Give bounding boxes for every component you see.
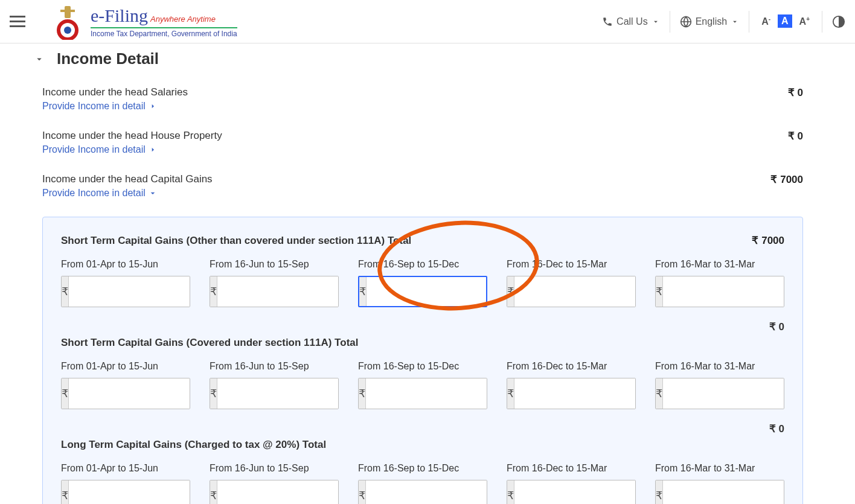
rupee-icon: ₹	[210, 276, 217, 307]
cg-period-label: From 16-Jun to 15-Sep	[210, 463, 339, 474]
cg-period-group: From 16-Dec to 15-Mar ₹	[507, 361, 636, 409]
cg-period-group: From 16-Mar to 31-Mar ₹	[655, 259, 784, 307]
cg-period-label: From 16-Sep to 15-Dec	[358, 259, 487, 270]
cg-amount-field[interactable]: ₹	[507, 276, 636, 307]
text-size-increase[interactable]: A+	[797, 14, 812, 28]
cg-period-label: From 16-Sep to 15-Dec	[358, 361, 487, 372]
chevron-right-icon	[148, 101, 158, 111]
cg-period-group: From 16-Jun to 15-Sep ₹	[210, 463, 339, 504]
cg-amount-field[interactable]: ₹	[210, 480, 339, 504]
cg-amount-input[interactable]	[514, 480, 636, 504]
divider	[822, 11, 822, 33]
cg-amount-field[interactable]: ₹	[61, 378, 190, 409]
chevron-down-icon	[731, 18, 739, 26]
income-detail-link[interactable]: Provide Income in detail	[42, 101, 158, 112]
cg-amount-field[interactable]: ₹	[61, 276, 190, 307]
text-size-normal[interactable]: A	[778, 14, 792, 28]
section-title: Income Detail	[57, 49, 159, 68]
cg-amount-field[interactable]: ₹	[507, 480, 636, 504]
collapse-toggle[interactable]	[34, 54, 45, 65]
chevron-right-icon	[148, 145, 158, 155]
menu-icon[interactable]	[10, 16, 25, 28]
cg-period-group: From 16-Mar to 31-Mar ₹	[655, 361, 784, 409]
cg-period-label: From 16-Mar to 31-Mar	[655, 361, 784, 372]
cg-block-total: ₹ 0	[61, 423, 784, 435]
brand-tagline: Anywhere Anytime	[150, 14, 216, 24]
cg-amount-input[interactable]	[69, 480, 190, 504]
cg-amount-field[interactable]: ₹	[655, 480, 784, 504]
brand-logo[interactable]: e-Filing Anywhere Anytime Income Tax Dep…	[50, 4, 237, 40]
contrast-toggle[interactable]	[832, 15, 845, 28]
call-us-dropdown[interactable]: Call Us	[602, 16, 660, 27]
svg-rect-1	[10, 21, 25, 22]
cg-period-label: From 16-Jun to 15-Sep	[210, 361, 339, 372]
cg-block-total: ₹ 7000	[752, 234, 784, 247]
cg-amount-field[interactable]: ₹	[358, 480, 487, 504]
cg-period-label: From 16-Dec to 15-Mar	[507, 259, 636, 270]
svg-point-6	[64, 27, 71, 34]
cg-amount-field[interactable]: ₹	[507, 378, 636, 409]
cg-period-group: From 16-Sep to 15-Dec ₹	[358, 259, 487, 307]
cg-period-group: From 01-Apr to 15-Jun ₹	[61, 463, 190, 504]
income-heading: Income under the head Capital Gains	[42, 173, 213, 185]
cg-amount-input[interactable]	[514, 276, 636, 307]
chevron-down-icon	[148, 188, 158, 198]
cg-amount-input[interactable]	[217, 480, 339, 504]
cg-amount-field[interactable]: ₹	[61, 480, 190, 504]
rupee-icon: ₹	[507, 480, 514, 504]
cg-amount-input[interactable]	[663, 480, 784, 504]
chevron-down-icon	[34, 54, 45, 65]
cg-amount-input[interactable]	[514, 378, 636, 409]
rupee-icon: ₹	[656, 378, 663, 409]
cg-amount-input[interactable]	[366, 480, 487, 504]
cg-period-group: From 16-Dec to 15-Mar ₹	[507, 259, 636, 307]
cg-period-group: From 16-Dec to 15-Mar ₹	[507, 463, 636, 504]
brand-name: e-Filing	[91, 5, 148, 26]
rupee-icon: ₹	[62, 378, 69, 409]
rupee-icon: ₹	[359, 480, 366, 504]
app-header: e-Filing Anywhere Anytime Income Tax Dep…	[0, 0, 855, 43]
phone-icon	[602, 16, 613, 27]
cg-amount-field[interactable]: ₹	[358, 276, 487, 307]
rupee-icon: ₹	[210, 378, 217, 409]
income-detail-link[interactable]: Provide Income in detail	[42, 188, 158, 199]
cg-amount-input[interactable]	[69, 276, 190, 307]
income-amount: ₹ 7000	[770, 173, 803, 186]
rupee-icon: ₹	[656, 480, 663, 504]
cg-amount-input[interactable]	[663, 378, 784, 409]
cg-amount-input[interactable]	[366, 378, 487, 409]
rupee-icon: ₹	[359, 378, 366, 409]
globe-icon	[680, 16, 692, 28]
rupee-icon: ₹	[62, 480, 69, 504]
cg-amount-field[interactable]: ₹	[358, 378, 487, 409]
income-heading: Income under the head House Property	[42, 130, 222, 142]
emblem-icon	[50, 4, 86, 40]
income-row: Income under the head House Property Pro…	[42, 130, 803, 155]
rupee-icon: ₹	[210, 480, 217, 504]
svg-rect-0	[10, 16, 25, 18]
cg-amount-field[interactable]: ₹	[655, 276, 784, 307]
language-dropdown[interactable]: English	[680, 16, 739, 28]
cg-amount-input[interactable]	[663, 276, 784, 307]
income-detail-link[interactable]: Provide Income in detail	[42, 144, 158, 155]
income-heading: Income under the head Salaries	[42, 86, 188, 98]
cg-amount-field[interactable]: ₹	[655, 378, 784, 409]
cg-amount-field[interactable]: ₹	[210, 276, 339, 307]
cg-period-label: From 01-Apr to 15-Jun	[61, 463, 190, 474]
svg-rect-5	[60, 10, 75, 12]
cg-amount-input[interactable]	[217, 378, 339, 409]
text-size-decrease[interactable]: A-	[759, 14, 773, 28]
cg-amount-input[interactable]	[69, 378, 190, 409]
cg-amount-input[interactable]	[217, 276, 339, 307]
cg-period-group: From 16-Mar to 31-Mar ₹	[655, 463, 784, 504]
contrast-icon	[832, 15, 845, 28]
cg-block: ₹ 0 Short Term Capital Gains (Covered un…	[61, 321, 784, 409]
cg-amount-input[interactable]	[367, 277, 487, 306]
cg-amount-field[interactable]: ₹	[210, 378, 339, 409]
cg-period-label: From 16-Dec to 15-Mar	[507, 361, 636, 372]
cg-period-group: From 01-Apr to 15-Jun ₹	[61, 259, 190, 307]
capital-gains-panel: Short Term Capital Gains (Other than cov…	[42, 217, 803, 504]
cg-block-title: Long Term Capital Gains (Charged to tax …	[61, 439, 326, 451]
cg-period-group: From 16-Jun to 15-Sep ₹	[210, 361, 339, 409]
income-amount: ₹ 0	[788, 130, 803, 142]
